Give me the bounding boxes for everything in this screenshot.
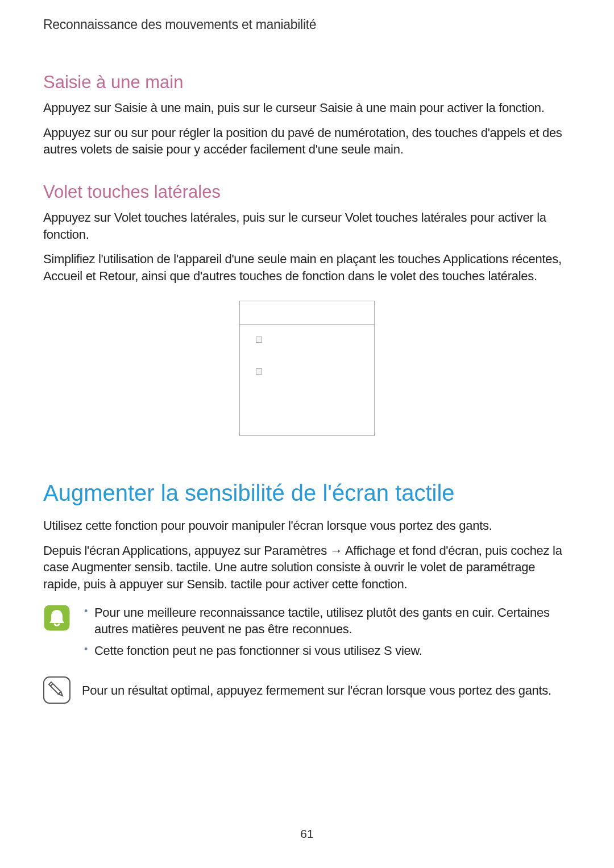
note-item-2: Cette fonction peut ne pas fonctionner s… xyxy=(82,642,571,659)
breadcrumb: Reconnaissance des mouvements et maniabi… xyxy=(43,17,571,32)
para-c2: Depuis l'écran Applications, appuyez sur… xyxy=(43,542,571,593)
note-text-pencil: Pour un résultat optimal, appuyez fermem… xyxy=(82,676,571,699)
para-a1: Appuyez sur Saisie à une main, puis sur … xyxy=(43,99,571,117)
note-item-1: Pour une meilleure reconnaissance tactil… xyxy=(82,604,571,638)
heading-augmenter-sensibilite: Augmenter la sensibilité de l'écran tact… xyxy=(43,480,571,506)
page-number: 61 xyxy=(0,827,614,841)
heading-volet-touches-laterales: Volet touches latérales xyxy=(43,182,571,202)
para-b1: Appuyez sur Volet touches latérales, pui… xyxy=(43,209,571,243)
illustration-divider xyxy=(240,324,374,325)
note-block-pencil: Pour un résultat optimal, appuyez fermem… xyxy=(43,676,571,706)
pencil-note-icon xyxy=(43,676,70,706)
para-c1: Utilisez cette fonction pour pouvoir man… xyxy=(43,517,571,534)
para-a2: Appuyez sur ou sur pour régler la positi… xyxy=(43,124,571,158)
illustration-placeholder xyxy=(239,301,375,436)
illustration-square-icon xyxy=(256,368,262,375)
heading-saisie-une-main: Saisie à une main xyxy=(43,72,571,93)
para-b2: Simplifiez l'utilisation de l'appareil d… xyxy=(43,251,571,284)
illustration-square-icon xyxy=(256,337,262,343)
bell-icon xyxy=(43,604,70,664)
note-block-bell: Pour une meilleure reconnaissance tactil… xyxy=(43,604,571,664)
svg-rect-1 xyxy=(44,677,70,703)
